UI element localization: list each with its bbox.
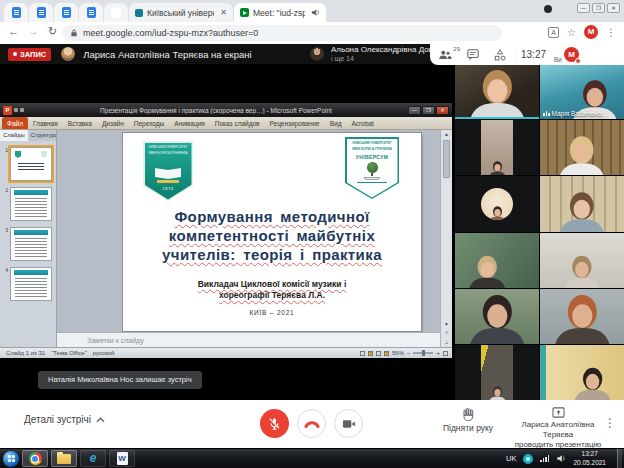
ppt-restore-button[interactable]: ❐	[422, 106, 435, 115]
scrollbar-thumb[interactable]	[443, 140, 450, 178]
minimize-window-button[interactable]: —	[577, 3, 590, 13]
zoom-out-icon[interactable]: −	[407, 350, 411, 356]
mute-microphone-button[interactable]	[260, 409, 289, 438]
taskbar-word-button[interactable]: W	[109, 450, 135, 467]
meeting-details-label: Деталі зустрічі	[24, 414, 91, 425]
scroll-down-icon[interactable]: ▼	[441, 320, 452, 329]
participant-tile[interactable]	[455, 289, 539, 344]
slide-thumbnail[interactable]: 1	[0, 147, 54, 181]
translate-icon[interactable]: A	[548, 27, 559, 38]
zoom-in-icon[interactable]: +	[436, 350, 440, 356]
participant-tile[interactable]	[455, 176, 539, 231]
ribbon-tab[interactable]: Анимация	[169, 117, 210, 129]
tray-app-icon[interactable]	[523, 454, 533, 464]
participant-tile[interactable]	[540, 233, 624, 288]
sorter-view-icon[interactable]	[368, 351, 373, 356]
slides-tab[interactable]: Слайды	[0, 130, 28, 141]
video-grid: Марія Василівна…	[455, 64, 624, 400]
participant-tile[interactable]	[455, 345, 539, 400]
slide-thumbnail[interactable]: 4	[0, 267, 54, 301]
video-frame	[481, 120, 513, 175]
pinned-tab[interactable]	[29, 3, 53, 22]
reload-button[interactable]: ↻	[48, 25, 57, 38]
self-avatar[interactable]: M	[564, 47, 579, 62]
pinned-tab[interactable]	[79, 3, 103, 22]
taskbar-chrome-button[interactable]	[22, 450, 48, 467]
participant-tile[interactable]	[540, 120, 624, 175]
keyboard-layout[interactable]: UK	[506, 454, 516, 463]
previous-slide-icon[interactable]: ⇡	[441, 329, 452, 338]
participant-tile[interactable]	[455, 120, 539, 175]
ribbon-tab[interactable]: Главная	[28, 117, 63, 129]
save-icon[interactable]	[14, 108, 18, 112]
close-window-button[interactable]: ✕	[607, 3, 620, 13]
participant-tile[interactable]	[455, 64, 539, 119]
participant-tile[interactable]	[540, 345, 624, 400]
ppt-minimize-button[interactable]: —	[408, 106, 421, 115]
taskbar-ie-button[interactable]: e	[80, 450, 106, 467]
start-button[interactable]	[3, 451, 19, 467]
profile-avatar[interactable]: M	[584, 25, 598, 39]
participants-banner[interactable]: Альона Олександрівна Доц… і ще 14	[300, 44, 441, 64]
outline-tab[interactable]: Структура	[28, 130, 57, 141]
participant-tile[interactable]	[540, 289, 624, 344]
recording-dot-icon	[13, 52, 17, 56]
forward-button[interactable]: →	[28, 25, 39, 38]
restore-window-button[interactable]: ❐	[592, 3, 605, 13]
slide-thumbnail[interactable]: 2	[0, 187, 54, 221]
participants-button[interactable]: 29	[438, 49, 452, 60]
slideshow-view-icon[interactable]	[384, 351, 389, 356]
chat-button[interactable]	[467, 49, 479, 61]
more-options-icon[interactable]: ⋮	[604, 416, 616, 430]
extension-badge[interactable]	[544, 5, 552, 13]
ppt-close-button[interactable]: ✕	[436, 106, 449, 115]
leave-call-button[interactable]	[297, 409, 326, 438]
scroll-up-icon[interactable]: ▲	[441, 130, 452, 139]
participant-silhouette	[460, 253, 514, 288]
ribbon-tab[interactable]: Файл	[2, 117, 28, 129]
tray-clock[interactable]: 13:27 20.05.2021	[573, 450, 606, 466]
back-button[interactable]: ←	[8, 25, 19, 38]
participant-tile[interactable]: Марія Василівна…	[540, 64, 624, 119]
next-slide-icon[interactable]: ⇣	[441, 338, 452, 347]
volume-icon[interactable]	[556, 454, 566, 463]
participant-tile[interactable]	[540, 176, 624, 231]
pinned-tab[interactable]	[4, 3, 28, 22]
notes-pane[interactable]: Заметки к слайду	[57, 332, 440, 347]
participant-tile[interactable]	[455, 233, 539, 288]
close-tab-icon[interactable]: ✕	[220, 8, 227, 17]
camera-button[interactable]	[334, 409, 363, 438]
browser-menu-icon[interactable]: ⋮	[606, 27, 616, 38]
ribbon-tab[interactable]: Переходы	[129, 117, 170, 129]
slide-thumbnail[interactable]: 3	[0, 227, 54, 261]
raise-hand-button[interactable]: Підняти руку	[432, 407, 504, 433]
activities-button[interactable]	[494, 49, 506, 61]
tab-title: Meet: "iud-zspu-mzx"	[253, 8, 305, 18]
tab-meet[interactable]: Meet: "iud-zspu-mzx"	[234, 3, 326, 22]
meeting-details-button[interactable]: Деталі зустрічі	[24, 414, 105, 425]
ribbon-tab[interactable]: Вид	[325, 117, 347, 129]
reading-view-icon[interactable]	[376, 351, 381, 356]
taskbar-explorer-button[interactable]	[51, 450, 77, 467]
ribbon-tab[interactable]: Acrobat	[347, 117, 379, 129]
slide-canvas[interactable]: КИЇВСЬКИЙ УНІВЕРСИТЕТ ІМЕНІ БОРИСА ГРІНЧ…	[123, 133, 421, 331]
bookmark-star-icon[interactable]: ☆	[567, 27, 576, 38]
fit-to-window-icon[interactable]	[443, 351, 448, 356]
ribbon-tab[interactable]: Рецензирование	[265, 117, 325, 129]
pinned-tab[interactable]	[104, 3, 128, 22]
participant-name: Марія Василівна…	[552, 110, 609, 117]
omnibox[interactable]	[62, 25, 502, 41]
url-input[interactable]	[83, 28, 463, 38]
pinned-tab[interactable]	[54, 3, 78, 22]
ribbon-tab[interactable]: Показ слайдов	[210, 117, 265, 129]
show-desktop-button[interactable]	[617, 449, 622, 468]
tab-university[interactable]: Київський університет імені Бо ✕	[129, 3, 233, 22]
participant-silhouette	[485, 160, 510, 175]
ribbon-tab[interactable]: Дизайн	[97, 117, 129, 129]
normal-view-icon[interactable]	[360, 351, 365, 356]
vertical-scrollbar[interactable]: ▲ ▼ ⇡ ⇣	[440, 130, 452, 347]
network-icon[interactable]	[540, 455, 549, 462]
ribbon-tab[interactable]: Вставка	[63, 117, 97, 129]
zoom-slider[interactable]	[413, 352, 433, 354]
mic-off-icon	[268, 417, 281, 430]
